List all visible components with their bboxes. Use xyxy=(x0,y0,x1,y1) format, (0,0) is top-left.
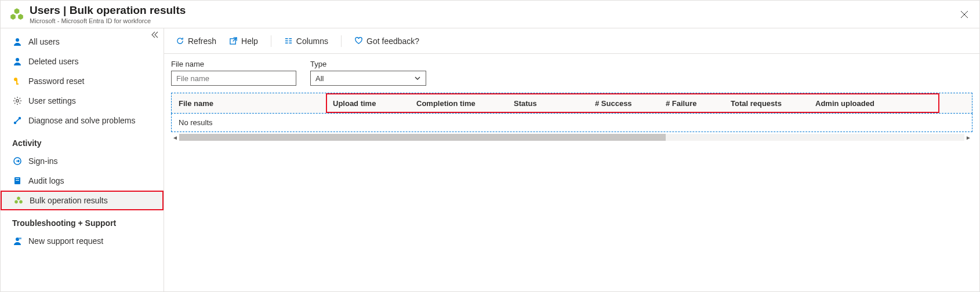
svg-rect-13 xyxy=(16,180,19,181)
chevron-down-icon xyxy=(414,75,421,82)
svg-point-9 xyxy=(19,118,21,119)
tools-icon xyxy=(12,115,23,126)
grid-empty-text: No results xyxy=(179,118,213,127)
grid-header-row: File name Upload time Completion time St… xyxy=(171,93,972,114)
svg-rect-15 xyxy=(19,238,21,239)
page-subtitle: Microsoft - Microsoft Entra ID for workf… xyxy=(30,17,956,24)
svg-point-2 xyxy=(16,38,19,42)
svg-point-7 xyxy=(16,100,19,102)
highlight-annotation xyxy=(326,93,939,113)
scrollbar-thumb[interactable] xyxy=(179,134,666,141)
support-icon xyxy=(12,236,23,246)
toolbar-separator xyxy=(271,35,271,47)
sidebar-item-new-support-request[interactable]: New support request xyxy=(1,231,164,251)
svg-point-8 xyxy=(14,122,16,124)
cubes-icon xyxy=(13,195,24,206)
signin-icon xyxy=(12,156,23,166)
svg-point-3 xyxy=(16,58,19,61)
sidebar-item-label: New support request xyxy=(28,236,103,246)
refresh-icon xyxy=(176,36,184,45)
sidebar-item-bulk-operation-results[interactable]: Bulk operation results xyxy=(1,191,164,210)
help-button[interactable]: Help xyxy=(224,34,263,48)
sidebar: All users Deleted users Password reset U… xyxy=(1,28,164,291)
scroll-right-arrow[interactable]: ► xyxy=(964,133,972,141)
scroll-left-arrow[interactable]: ◄ xyxy=(171,133,179,141)
sidebar-section-activity: Activity xyxy=(1,130,164,151)
scrollbar-track[interactable] xyxy=(179,134,964,141)
sidebar-item-password-reset[interactable]: Password reset xyxy=(1,71,164,91)
columns-button[interactable]: Columns xyxy=(280,34,333,48)
sidebar-item-label: User settings xyxy=(28,96,76,105)
user-icon xyxy=(12,56,23,67)
filters-row: File name Type All xyxy=(164,54,979,93)
type-select-value: All xyxy=(315,74,324,83)
sidebar-item-label: All users xyxy=(28,37,60,46)
sidebar-item-deleted-users[interactable]: Deleted users xyxy=(1,52,164,71)
type-filter-label: Type xyxy=(310,60,426,68)
filename-filter-label: File name xyxy=(171,60,296,68)
horizontal-scrollbar[interactable]: ◄ ► xyxy=(171,133,972,141)
gear-icon xyxy=(12,96,23,106)
close-button[interactable] xyxy=(956,6,972,23)
sidebar-item-label: Diagnose and solve problems xyxy=(28,116,135,125)
key-icon xyxy=(12,76,23,86)
column-header-file-name[interactable]: File name xyxy=(172,99,326,108)
book-icon xyxy=(12,176,23,186)
sidebar-item-sign-ins[interactable]: Sign-ins xyxy=(1,151,164,171)
grid-empty-row: No results xyxy=(171,114,972,132)
sidebar-item-diagnose[interactable]: Diagnose and solve problems xyxy=(1,111,164,130)
heart-icon xyxy=(354,36,363,45)
toolbar: Refresh Help Columns Got feedback? xyxy=(164,28,979,54)
main-content: Refresh Help Columns Got feedback? xyxy=(164,28,979,291)
sidebar-item-label: Password reset xyxy=(28,76,84,86)
columns-icon xyxy=(284,36,293,45)
type-select[interactable]: All xyxy=(310,71,426,86)
filename-input[interactable] xyxy=(171,71,296,86)
sidebar-section-support: Troubleshooting + Support xyxy=(1,210,164,231)
sidebar-item-all-users[interactable]: All users xyxy=(1,32,164,52)
refresh-label: Refresh xyxy=(188,36,216,46)
sidebar-item-label: Sign-ins xyxy=(28,156,58,166)
toolbar-separator xyxy=(341,35,342,47)
cubes-icon xyxy=(9,6,25,23)
svg-rect-6 xyxy=(16,83,19,85)
sidebar-item-label: Audit logs xyxy=(28,176,64,185)
external-link-icon xyxy=(229,36,238,45)
page-header: Users | Bulk operation results Microsoft… xyxy=(1,1,979,28)
user-icon xyxy=(12,36,23,47)
sidebar-item-audit-logs[interactable]: Audit logs xyxy=(1,171,164,191)
page-title: Users | Bulk operation results xyxy=(30,4,956,17)
refresh-button[interactable]: Refresh xyxy=(171,34,221,48)
columns-label: Columns xyxy=(296,36,328,46)
sidebar-item-user-settings[interactable]: User settings xyxy=(1,91,164,111)
sidebar-item-label: Deleted users xyxy=(28,57,78,66)
sidebar-item-label: Bulk operation results xyxy=(30,196,108,205)
feedback-label: Got feedback? xyxy=(366,36,419,46)
help-label: Help xyxy=(241,36,258,46)
collapse-sidebar-button[interactable] xyxy=(151,31,159,39)
feedback-button[interactable]: Got feedback? xyxy=(350,34,424,48)
svg-rect-12 xyxy=(16,178,19,179)
